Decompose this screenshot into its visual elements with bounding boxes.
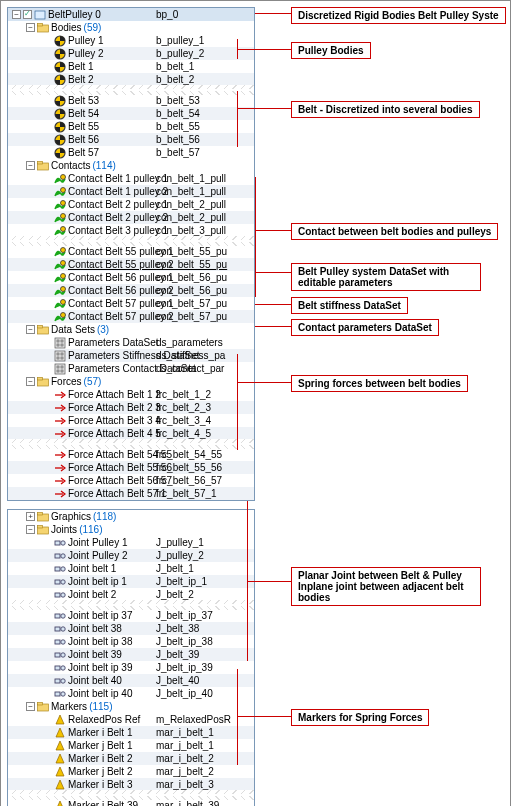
contact-icon — [54, 212, 66, 224]
annot-belt-bodies: Belt - Discretized into several bodies — [291, 101, 480, 118]
tree-item[interactable]: Contact Belt 55 pulley 2con_belt_55_pu — [8, 258, 254, 271]
tree-item[interactable]: Contact Belt 57 pulley 1con_belt_57_pu — [8, 297, 254, 310]
item-value: ds_contact_par — [156, 363, 224, 374]
tree-item[interactable]: Pulley 2b_pulley_2 — [8, 47, 254, 60]
tree-item[interactable]: Force Attach Belt 2 3frc_belt_2_3 — [8, 401, 254, 414]
folder-graphics[interactable]: + Graphics (118) — [8, 510, 254, 523]
tree-item[interactable]: Contact Belt 2 pulley 1con_belt_2_pull — [8, 198, 254, 211]
annot-dataset-main: Belt Pulley system DataSet with editable… — [291, 263, 481, 291]
folder-icon — [37, 22, 49, 34]
tree-item[interactable]: Belt 57b_belt_57 — [8, 146, 254, 159]
tree-item[interactable]: Joint belt ip 37J_belt_ip_37 — [8, 609, 254, 622]
tree-item[interactable]: Contact Belt 56 pulley 2con_belt_56_pu — [8, 284, 254, 297]
svg-marker-87 — [56, 780, 64, 789]
tear-icon — [8, 86, 254, 94]
tree-item[interactable]: Joint belt 38J_belt_38 — [8, 622, 254, 635]
tree-item[interactable]: Marker j Belt 2mar_j_belt_2 — [8, 765, 254, 778]
svg-point-19 — [61, 247, 66, 252]
item-value: con_belt_2_pull — [156, 212, 226, 223]
contact-icon — [54, 285, 66, 297]
item-label: Marker i Belt 2 — [68, 753, 132, 764]
tree-item[interactable]: Parameters Contact DataSetds_contact_par — [8, 362, 254, 375]
item-value: mar_j_belt_2 — [156, 766, 214, 777]
tree-item[interactable]: Parameters Stiffness DataSetds_stiffness… — [8, 349, 254, 362]
item-label: Joint belt ip 1 — [68, 576, 127, 587]
tree-item[interactable]: Joint belt 1J_belt_1 — [8, 562, 254, 575]
folder-joints[interactable]: − Joints (116) — [8, 523, 254, 536]
joint-icon — [54, 675, 66, 687]
tree-item[interactable]: Pulley 1b_pulley_1 — [8, 34, 254, 47]
folder-markers[interactable]: − Markers (115) — [8, 700, 254, 713]
svg-rect-0 — [35, 11, 45, 19]
tree-item[interactable]: Contact Belt 2 pulley 2con_belt_2_pull — [8, 211, 254, 224]
contact-icon — [54, 311, 66, 323]
folder-datasets[interactable]: − Data Sets (3) — [8, 323, 254, 336]
item-value: b_belt_2 — [156, 74, 194, 85]
tree-item[interactable]: Joint belt ip 39J_belt_ip_39 — [8, 661, 254, 674]
tree-item[interactable]: Joint Pulley 1J_pulley_1 — [8, 536, 254, 549]
tree-item[interactable]: Force Attach Belt 55 56frc_belt_55_56 — [8, 461, 254, 474]
folder-contacts[interactable]: − Contacts (114) — [8, 159, 254, 172]
tree-item[interactable]: Force Attach Belt 1 2frc_belt_1_2 — [8, 388, 254, 401]
tree-item[interactable]: RelaxedPos Refm_RelaxedPosR — [8, 713, 254, 726]
tree-item[interactable]: Belt 53b_belt_53 — [8, 94, 254, 107]
tree-item[interactable]: Marker i Belt 1mar_i_belt_1 — [8, 726, 254, 739]
tree-item[interactable]: Joint belt ip 40J_belt_ip_40 — [8, 687, 254, 700]
tree-item[interactable]: Force Attach Belt 54 55frc_belt_54_55 — [8, 448, 254, 461]
checkbox-icon[interactable] — [23, 10, 32, 19]
item-value: con_belt_3_pull — [156, 225, 226, 236]
expand-icon[interactable]: + — [26, 512, 35, 521]
tree-item[interactable]: Belt 56b_belt_56 — [8, 133, 254, 146]
item-label: Joint belt ip 40 — [68, 688, 133, 699]
collapse-icon[interactable]: − — [26, 161, 35, 170]
collapse-icon[interactable]: − — [26, 525, 35, 534]
tree-item[interactable]: Force Attach Belt 56 57frc_belt_56_57 — [8, 474, 254, 487]
tree-item[interactable]: Marker i Belt 2mar_i_belt_2 — [8, 752, 254, 765]
folder-bodies[interactable]: − Bodies (59) — [8, 21, 254, 34]
collapse-icon[interactable]: − — [12, 10, 21, 19]
tree-item[interactable]: Joint belt 39J_belt_39 — [8, 648, 254, 661]
tree-item[interactable]: Contact Belt 1 pulley 1con_belt_1_pull — [8, 172, 254, 185]
item-value: J_belt_39 — [156, 649, 199, 660]
joints-count: (116) — [79, 524, 102, 535]
collapse-icon[interactable]: − — [26, 325, 35, 334]
svg-rect-60 — [55, 567, 60, 571]
tear-icon — [8, 440, 254, 448]
tree-item[interactable]: Contact Belt 55 pulley 1con_belt_55_pu — [8, 245, 254, 258]
svg-rect-40 — [57, 370, 59, 372]
tree-item[interactable]: Belt 1b_belt_1 — [8, 60, 254, 73]
tree-item[interactable]: Joint belt 40J_belt_40 — [8, 674, 254, 687]
svg-point-16 — [61, 200, 66, 205]
collapse-icon[interactable]: − — [26, 702, 35, 711]
folder-forces[interactable]: − Forces (57) — [8, 375, 254, 388]
tree-item[interactable]: Joint belt ip 1J_belt_ip_1 — [8, 575, 254, 588]
tear-icon — [8, 237, 254, 245]
tree-item[interactable]: Marker j Belt 1mar_j_belt_1 — [8, 739, 254, 752]
svg-marker-84 — [56, 741, 64, 750]
tree-item[interactable]: Belt 54b_belt_54 — [8, 107, 254, 120]
svg-rect-41 — [61, 370, 63, 372]
tree-root[interactable]: − BeltPulley 0 bp_0 — [8, 8, 254, 21]
item-label: Belt 57 — [68, 147, 99, 158]
svg-rect-78 — [55, 692, 60, 696]
tree-item[interactable]: Contact Belt 1 pulley 2con_belt_1_pull — [8, 185, 254, 198]
joint-icon — [54, 576, 66, 588]
tree-item[interactable]: Contact Belt 56 pulley 1con_belt_56_pu — [8, 271, 254, 284]
item-label: Pulley 1 — [68, 35, 104, 46]
collapse-icon[interactable]: − — [26, 377, 35, 386]
tree-item[interactable]: Belt 55b_belt_55 — [8, 120, 254, 133]
tree-item[interactable]: Joint belt ip 38J_belt_ip_38 — [8, 635, 254, 648]
tree-item[interactable]: Marker i Belt 39mar_i_belt_39 — [8, 799, 254, 806]
tree-item[interactable]: Contact Belt 57 pulley 2con_belt_57_pu — [8, 310, 254, 323]
tree-item[interactable]: Force Attach Belt 57 1frc_belt_57_1 — [8, 487, 254, 500]
tree-item[interactable]: Force Attach Belt 3 4frc_belt_3_4 — [8, 414, 254, 427]
item-label: Marker i Belt 1 — [68, 727, 132, 738]
svg-point-69 — [61, 626, 65, 630]
tree-item[interactable]: Parameters DataSetds_parameters — [8, 336, 254, 349]
root-val: bp_0 — [156, 9, 178, 20]
item-label: Joint belt ip 38 — [68, 636, 133, 647]
collapse-icon[interactable]: − — [26, 23, 35, 32]
tree-item[interactable]: Joint Pulley 2J_pulley_2 — [8, 549, 254, 562]
tree-panel-upper: − BeltPulley 0 bp_0 − Bodies (59) Pulley… — [7, 7, 255, 501]
svg-marker-85 — [56, 754, 64, 763]
